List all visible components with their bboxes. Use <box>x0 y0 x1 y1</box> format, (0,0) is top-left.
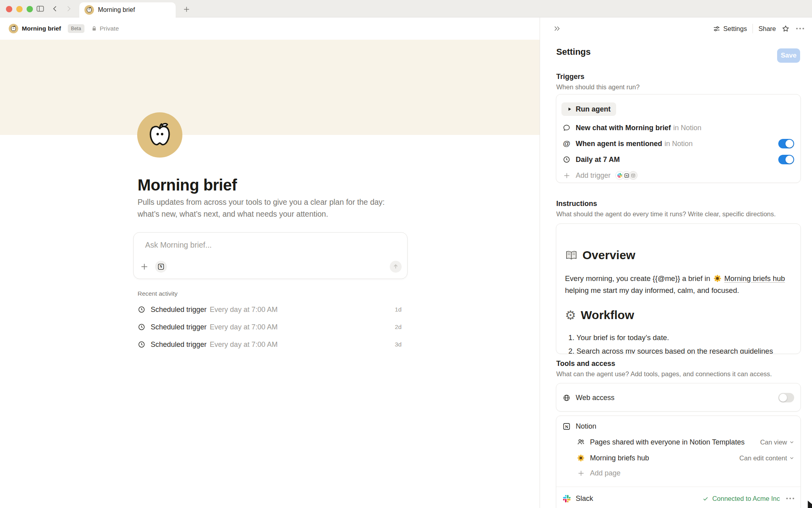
activity-row[interactable]: Scheduled trigger Every day at 7:00 AM 3… <box>138 336 402 353</box>
activity-title: Scheduled trigger <box>151 323 207 331</box>
slack-connection-row[interactable]: Slack Connected to Acme Inc <box>556 491 801 506</box>
web-access-card: Web access <box>556 383 801 412</box>
privacy-indicator: Private <box>91 25 119 32</box>
apple-avatar-icon <box>146 121 173 148</box>
window-tab-bar: Morning brief <box>0 0 812 17</box>
back-icon[interactable] <box>52 5 59 12</box>
share-button[interactable]: Share <box>758 25 776 33</box>
tab-morning-brief[interactable]: Morning brief <box>79 2 176 17</box>
window-controls <box>6 6 33 12</box>
notion-connection-label: Notion <box>576 422 596 431</box>
breadcrumb: Morning brief Beta Private <box>0 17 540 40</box>
overview-heading: Overview <box>565 248 635 262</box>
slack-status: Connected to Acme Inc <box>703 495 780 502</box>
settings-side-panel: Settings Share Settings Save Triggers Wh… <box>540 17 812 508</box>
send-button[interactable] <box>390 261 402 273</box>
sunflower-icon <box>714 275 721 282</box>
tools-section-label: Tools and access <box>556 360 615 368</box>
instructions-section-label: Instructions <box>556 200 597 208</box>
notion-context-chip[interactable]: N <box>155 261 167 273</box>
page-title: Morning brief <box>138 176 237 194</box>
notion-page-row[interactable]: Morning briefs hub Can edit content <box>556 450 801 466</box>
morning-briefs-hub-link[interactable]: Morning briefs hub <box>724 274 785 283</box>
settings-header-label: Settings <box>723 25 747 33</box>
favorite-star-icon[interactable] <box>781 25 790 33</box>
open-book-icon <box>565 249 578 261</box>
daily-trigger-toggle[interactable] <box>778 155 794 164</box>
slack-icon <box>563 495 571 502</box>
tools-section-subtitle: What can the agent use? Add tools, pages… <box>556 370 772 378</box>
forward-icon[interactable] <box>65 5 72 12</box>
workflow-step: Search across my sources based on the re… <box>576 345 793 354</box>
activity-detail: Every day at 7:00 AM <box>210 306 278 314</box>
divider <box>753 24 753 33</box>
trigger-row-new-chat[interactable]: New chat with Morning brief in Notion <box>556 120 801 136</box>
slack-connection-label: Slack <box>576 495 593 503</box>
permission-select[interactable]: Can edit content <box>739 454 794 462</box>
minimize-window-button[interactable] <box>16 6 23 12</box>
trigger-row-mentioned[interactable]: @ When agent is mentioned in Notion <box>556 136 801 152</box>
sidebar-toggle-icon[interactable] <box>36 4 45 13</box>
trigger-suffix: in Notion <box>673 124 701 132</box>
share-label: Share <box>758 25 776 33</box>
beta-badge: Beta <box>68 24 84 33</box>
page-name: Morning briefs hub <box>590 454 649 462</box>
instructions-section-subtitle: What should the agent do every time it r… <box>556 210 776 218</box>
web-access-label: Web access <box>576 394 615 402</box>
add-page-row[interactable]: Add page <box>556 465 801 481</box>
globe-icon <box>563 394 571 402</box>
instructions-card[interactable]: Overview Every morning, you create {{@me… <box>556 223 801 354</box>
attach-plus-icon[interactable] <box>140 262 149 271</box>
clock-icon <box>138 306 146 314</box>
sliders-icon <box>713 25 720 33</box>
trigger-row-daily[interactable]: Daily at 7 AM <box>556 152 801 167</box>
web-access-row[interactable]: Web access <box>556 390 801 406</box>
agent-avatar[interactable] <box>137 112 182 158</box>
settings-header-button[interactable]: Settings <box>713 25 747 33</box>
activity-row[interactable]: Scheduled trigger Every day at 7:00 AM 1… <box>138 301 402 318</box>
slack-more-options-icon[interactable] <box>786 498 794 499</box>
calendar-icon <box>629 171 638 180</box>
trigger-label: When agent is mentioned <box>576 140 662 148</box>
zoom-window-button[interactable] <box>27 6 33 12</box>
add-trigger-row[interactable]: Add trigger N <box>556 167 801 183</box>
svg-text:N: N <box>565 424 568 429</box>
activity-age: 1d <box>395 306 402 313</box>
save-button[interactable]: Save <box>777 48 800 63</box>
run-agent-label: Run agent <box>576 105 611 114</box>
trigger-suffix: in Notion <box>665 140 693 148</box>
page-cover-banner <box>0 40 540 135</box>
activity-title: Scheduled trigger <box>151 341 207 349</box>
notion-page-row[interactable]: Pages shared with everyone in Notion Tem… <box>556 434 801 450</box>
notion-icon: N <box>563 422 571 431</box>
web-access-toggle[interactable] <box>778 393 794 402</box>
agent-chat-composer[interactable]: N <box>133 232 408 279</box>
permission-select[interactable]: Can view <box>760 439 794 446</box>
new-tab-button[interactable] <box>180 4 192 15</box>
overview-heading-text: Overview <box>582 248 635 262</box>
people-icon <box>577 438 585 446</box>
trigger-label: New chat with Morning brief <box>576 124 671 132</box>
more-options-icon[interactable] <box>796 28 804 29</box>
at-sign-icon: @ <box>563 139 571 148</box>
run-agent-button[interactable]: Run agent <box>561 102 616 116</box>
activity-row[interactable]: Scheduled trigger Every day at 7:00 AM 2… <box>138 318 402 336</box>
gear-icon: ⚙ <box>565 309 576 321</box>
workflow-heading-text: Workflow <box>581 308 634 322</box>
notion-connection-row[interactable]: N Notion <box>556 418 801 434</box>
breadcrumb-page-title[interactable]: Morning brief <box>22 25 61 32</box>
mention-trigger-toggle[interactable] <box>778 139 794 148</box>
chat-input[interactable] <box>145 241 383 250</box>
permission-value: Can edit content <box>739 454 787 462</box>
trigger-label: Daily at 7 AM <box>576 156 620 164</box>
collapse-panel-icon[interactable] <box>553 25 561 33</box>
lock-icon <box>91 25 97 32</box>
activity-detail: Every day at 7:00 AM <box>210 323 278 331</box>
triggers-section-label: Triggers <box>556 73 584 81</box>
mouse-cursor <box>806 499 812 508</box>
chat-bubble-icon <box>563 124 571 132</box>
clock-icon <box>138 323 146 331</box>
privacy-label: Private <box>100 25 119 32</box>
svg-text:N: N <box>160 265 163 269</box>
close-window-button[interactable] <box>6 6 12 12</box>
